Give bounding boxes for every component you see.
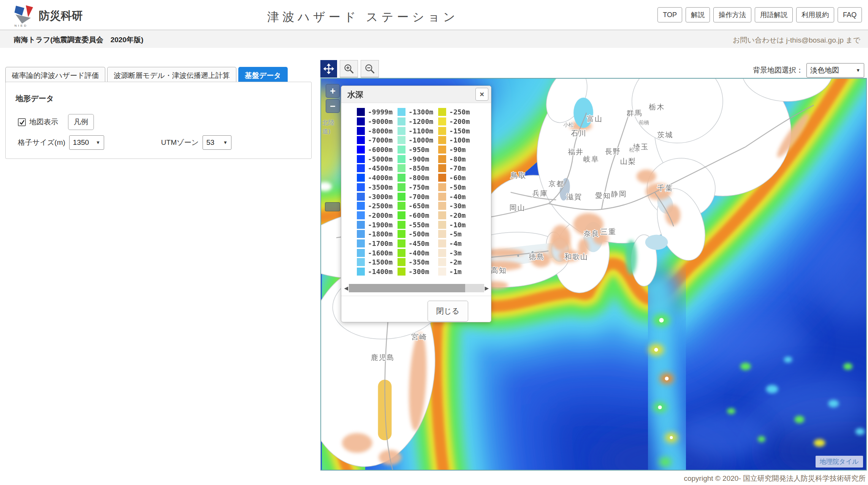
map-display-checkbox[interactable]: [18, 118, 26, 126]
legend-depth-label: -100m: [449, 136, 470, 144]
nav-riyoukiyaku-button[interactable]: 利用規約: [796, 7, 834, 22]
scrollbar-thumb[interactable]: [349, 284, 465, 292]
legend-depth-label: -900m: [409, 155, 429, 163]
legend-depth-label: -2000m: [368, 211, 393, 219]
grid-size-select[interactable]: 1350 ▼: [69, 135, 104, 150]
map-label-富山: 富山: [587, 115, 603, 123]
legend-row: -70m: [438, 164, 470, 173]
legend-swatch: [357, 211, 365, 219]
dialog-close-button[interactable]: 閉じる: [428, 301, 468, 322]
legend-row: -1500m: [357, 258, 393, 266]
legend-swatch: [398, 174, 405, 182]
legend-row: -550m: [398, 220, 433, 229]
legend-row: -1000m: [398, 136, 433, 144]
legend-depth-label: -90m: [449, 146, 466, 154]
legend-row: -2000m: [357, 211, 393, 220]
legend-depth-label: -350m: [409, 258, 429, 266]
map-attribution[interactable]: 地理院タイル: [816, 456, 863, 468]
legend-row: -10m: [438, 220, 470, 229]
legend-depth-label: -3500m: [368, 183, 393, 191]
map-label-福井: 福井: [568, 148, 584, 156]
legend-row: -250m: [438, 108, 470, 116]
legend-swatch: [357, 230, 365, 238]
dialog-close-x-button[interactable]: ×: [475, 88, 488, 101]
chevron-down-icon: ▼: [223, 140, 228, 145]
legend-swatch: [357, 164, 365, 172]
legend-row: -3m: [438, 249, 470, 257]
legend-depth-label: -850m: [409, 164, 429, 172]
legend-swatch: [438, 202, 446, 210]
legend-row: -80m: [438, 155, 470, 163]
legend-depth-label: -250m: [449, 108, 470, 116]
legend-swatch: [438, 221, 446, 229]
legend-depth-label: -7000m: [368, 136, 393, 144]
legend-swatch: [357, 249, 365, 257]
map-label-愛知: 愛知: [595, 192, 611, 200]
map-zoom-in-button[interactable]: +: [326, 84, 340, 98]
zoom-out-tool-button[interactable]: [361, 60, 379, 78]
map-scale-control[interactable]: [325, 202, 340, 211]
copyright-text: copyright © 2020- 国立研究開発法人防災科学技術研究所: [684, 474, 866, 483]
chevron-down-icon: ▼: [96, 140, 100, 145]
legend-row: -900m: [398, 155, 433, 163]
legend-swatch: [398, 268, 405, 276]
legend-row: -1900m: [357, 220, 393, 229]
legend-depth-label: -4000m: [368, 174, 393, 182]
legend-depth-label: -40m: [449, 193, 466, 201]
map-zoom-out-button[interactable]: −: [326, 99, 340, 113]
basemap-select-label: 背景地図選択：: [753, 65, 803, 75]
legend-swatch: [398, 127, 405, 135]
map-label-鳥取: 鳥取: [510, 171, 527, 179]
close-icon: ×: [480, 90, 484, 99]
nav-yougokaisetsu-button[interactable]: 用語解説: [755, 7, 793, 22]
pan-tool-button[interactable]: [320, 60, 337, 78]
legend-depth-label: -3000m: [368, 193, 393, 201]
depth-legend-dialog: 水深 × -9999m-9000m-8000m-7000m-6000m-5000…: [341, 86, 491, 322]
legend-row: -90m: [438, 146, 470, 154]
dialog-header[interactable]: 水深 ×: [341, 86, 491, 103]
legend-button[interactable]: 凡例: [68, 114, 94, 130]
legend-swatch: [398, 183, 405, 191]
brand-name: 防災科研: [39, 8, 83, 24]
legend-swatch: [438, 249, 446, 257]
basemap-select[interactable]: 淡色地図 ▼: [806, 63, 864, 78]
legend-swatch: [398, 164, 405, 172]
legend-swatch: [438, 239, 446, 247]
legend-depth-label: -6000m: [368, 146, 393, 154]
legend-swatch: [357, 258, 365, 266]
nav-kaisetsu-button[interactable]: 解説: [686, 7, 710, 22]
nav-sousahouhou-button[interactable]: 操作方法: [713, 7, 751, 22]
legend-row: -950m: [398, 146, 433, 154]
utm-zone-select[interactable]: 53 ▼: [203, 135, 231, 150]
map-toolbar: [320, 60, 379, 78]
scroll-right-icon[interactable]: ▶: [484, 285, 489, 291]
legend-row: -150m: [438, 127, 470, 135]
legend-swatch: [398, 117, 405, 125]
contact-info: お問い合わせは j-this@bosai.go.jp まで: [733, 35, 860, 45]
map-label-石川: 石川: [571, 129, 587, 137]
map-label-滋賀: 滋賀: [566, 193, 582, 201]
legend-depth-label: -1600m: [368, 249, 393, 257]
legend-depth-label: -2500m: [368, 202, 393, 210]
nav-faq-button[interactable]: FAQ: [838, 7, 862, 22]
legend-column-2: -1300m-1200m-1100m-1000m-950m-900m-850m-…: [398, 108, 433, 276]
check-icon: [19, 119, 25, 125]
scroll-left-icon[interactable]: ◀: [344, 285, 349, 291]
legend-swatch: [398, 108, 405, 116]
legend-swatch: [438, 230, 446, 238]
basemap-selector-row: 背景地図選択： 淡色地図 ▼: [753, 63, 864, 78]
base-data-panel: 地形データ 地図表示 凡例 格子サイズ(m) 1350 ▼ UTMゾーン 53 …: [5, 82, 312, 159]
nav-top-button[interactable]: TOP: [657, 7, 682, 22]
map-label-宮崎: 宮崎: [411, 333, 427, 341]
legend-swatch: [357, 155, 365, 163]
scrollbar-track[interactable]: [349, 284, 484, 292]
nied-logo-icon: NIED: [13, 4, 36, 27]
legend-row: -100m: [438, 136, 470, 144]
legend-swatch: [438, 174, 446, 182]
horizontal-scrollbar[interactable]: ◀ ▶: [344, 284, 489, 293]
header-nav: TOP 解説 操作方法 用語解説 利用規約 FAQ: [657, 7, 862, 22]
legend-depth-label: -1400m: [368, 268, 393, 276]
map-label-和歌山: 和歌山: [564, 253, 588, 261]
zoom-in-tool-button[interactable]: [340, 60, 358, 78]
legend-row: -60m: [438, 174, 470, 182]
